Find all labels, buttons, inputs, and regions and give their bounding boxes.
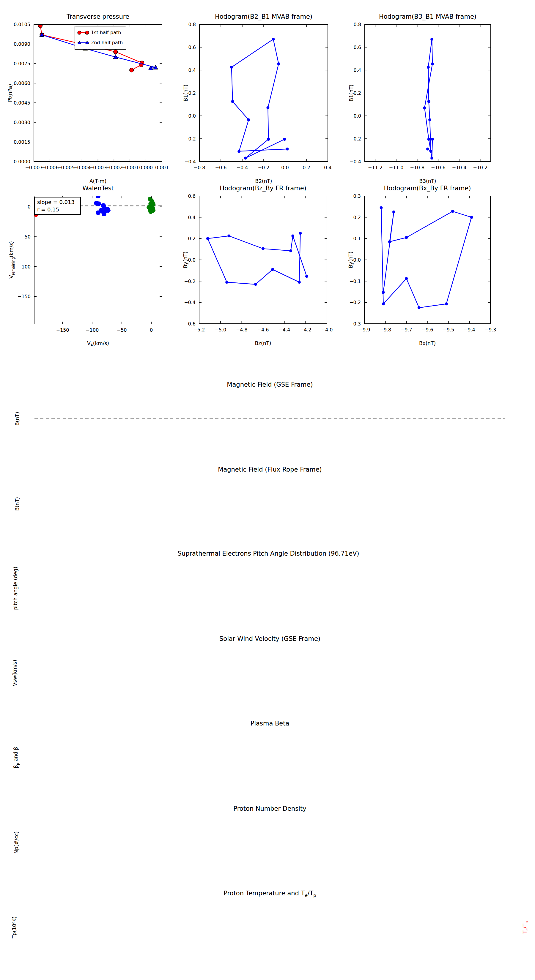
xlabel-hodogram-b2b1: B2(nT) <box>200 178 328 184</box>
axes-p6: −9.9−9.8−9.7−9.6−9.5−9.4−9.3−0.3−0.2−0.1… <box>349 193 496 332</box>
svg-text:−4.0: −4.0 <box>321 327 333 332</box>
svg-text:−0.2: −0.2 <box>184 278 196 284</box>
svg-text:0.8: 0.8 <box>354 22 361 27</box>
svg-text:0.1: 0.1 <box>353 236 361 242</box>
svg-text:−0.1: −0.1 <box>349 278 361 284</box>
svg-text:−0.006: −0.006 <box>41 165 59 170</box>
svg-text:−10.2: −10.2 <box>473 165 487 170</box>
svg-text:−0.4: −0.4 <box>184 300 196 305</box>
svg-text:0.0045: 0.0045 <box>14 100 30 106</box>
svg-text:0: 0 <box>28 204 30 210</box>
svg-text:0: 0 <box>150 327 153 333</box>
svg-text:−0.001: −0.001 <box>121 165 139 170</box>
svg-text:0.0: 0.0 <box>188 257 196 263</box>
svg-text:r = 0.15: r = 0.15 <box>37 207 59 213</box>
legend-p1: 1st half path2nd half path <box>75 26 126 49</box>
svg-text:0.2: 0.2 <box>188 90 196 96</box>
title-hodogram-bxby: Hodogram(Bx_By FR frame) <box>364 185 490 192</box>
plot-area-p2 <box>230 38 289 159</box>
series-group2 <box>94 194 110 216</box>
ylabel-plasma-beta: βp and β <box>13 747 20 768</box>
series-B2_B1 <box>230 38 289 159</box>
svg-text:−4.8: −4.8 <box>236 327 248 332</box>
ylabel-hodogram-bzby: By(nT) <box>182 251 188 268</box>
ylabel-transverse-pressure: Pt(nPa) <box>7 84 13 102</box>
svg-text:−100: −100 <box>86 327 99 333</box>
svg-text:0.6: 0.6 <box>354 45 361 50</box>
series-Bx_By <box>380 206 473 309</box>
svg-text:−10.4: −10.4 <box>452 165 466 170</box>
title-hodogram-bzby: Hodogram(Bz_By FR frame) <box>199 185 327 192</box>
svg-text:−9.5: −9.5 <box>442 327 454 332</box>
xlabel-walen-test: VA(km/s) <box>34 340 162 347</box>
xlabel-hodogram-bxby: Bx(nT) <box>364 340 490 346</box>
svg-text:0.000: 0.000 <box>139 165 153 170</box>
axes-p3: −11.2−11.0−10.8−10.6−10.4−10.2−0.4−0.20.… <box>350 22 491 170</box>
series-Bz_By <box>206 232 308 286</box>
svg-text:0.2: 0.2 <box>188 236 196 242</box>
svg-text:−0.002: −0.002 <box>105 165 123 170</box>
axes-p5: −5.2−5.0−4.8−4.6−4.4−4.2−4.0−0.6−0.4−0.2… <box>184 193 332 332</box>
svg-text:−9.3: −9.3 <box>485 327 497 332</box>
svg-text:−0.4: −0.4 <box>236 165 248 170</box>
ylabel-proton-density: Np(#/cc) <box>13 831 19 853</box>
svg-text:−11.0: −11.0 <box>389 165 403 170</box>
svg-text:0.0105: 0.0105 <box>14 22 30 27</box>
svg-text:0.0: 0.0 <box>188 113 196 119</box>
svg-text:−9.6: −9.6 <box>422 327 433 332</box>
svg-text:−0.004: −0.004 <box>73 165 91 170</box>
svg-text:0.0: 0.0 <box>354 113 361 119</box>
svg-text:0.4: 0.4 <box>188 67 196 73</box>
svg-text:−11.2: −11.2 <box>368 165 383 170</box>
svg-text:0.2: 0.2 <box>354 90 361 96</box>
title-transverse-pressure: Transverse pressure <box>34 13 162 20</box>
svg-text:slope = 0.013: slope = 0.013 <box>37 199 75 205</box>
plot-area-p5 <box>206 232 308 286</box>
svg-text:0.6: 0.6 <box>188 45 196 50</box>
svg-text:1st half path: 1st half path <box>91 30 121 35</box>
svg-text:−0.005: −0.005 <box>57 165 75 170</box>
svg-text:0.001: 0.001 <box>155 165 169 170</box>
title-mf-gse: Magnetic Field (GSE Frame) <box>35 381 505 388</box>
svg-text:0.2: 0.2 <box>353 215 361 220</box>
svg-text:0.0075: 0.0075 <box>14 61 30 67</box>
svg-text:−0.8: −0.8 <box>194 165 205 170</box>
title-solar-wind-velocity: Solar Wind Velocity (GSE Frame) <box>35 635 505 642</box>
svg-text:−50: −50 <box>21 234 30 240</box>
ylabel-te-tp-ratio: Te/Tp <box>522 921 529 933</box>
ylabel-pitch-angle: pitch angle (deg) <box>13 566 18 610</box>
plot-area-p6 <box>380 206 473 309</box>
title-plasma-beta: Plasma Beta <box>35 720 505 727</box>
ylabel-hodogram-b2b1: B1(nT) <box>183 84 189 102</box>
svg-text:−4.4: −4.4 <box>278 327 290 332</box>
svg-text:−0.2: −0.2 <box>349 300 361 305</box>
xlabel-hodogram-b3b1: B3(nT) <box>365 178 491 184</box>
ylabel-walen-test: Vremaining(km/s) <box>8 241 15 278</box>
svg-text:0.0015: 0.0015 <box>14 139 30 145</box>
svg-text:−9.7: −9.7 <box>401 327 412 332</box>
svg-text:0.0000: 0.0000 <box>14 159 30 164</box>
title-proton-temperature: Proton Temperature and Te/Tp <box>35 890 505 898</box>
svg-text:0.8: 0.8 <box>188 22 196 27</box>
axes-p4: −150−100−5000−50−100−150 <box>18 196 162 333</box>
svg-text:−50: −50 <box>117 327 127 333</box>
svg-text:0.0090: 0.0090 <box>14 41 30 47</box>
svg-text:2nd half path: 2nd half path <box>91 40 123 45</box>
svg-text:−0.3: −0.3 <box>349 321 361 327</box>
svg-text:−0.007: −0.007 <box>25 165 43 170</box>
svg-text:0.6: 0.6 <box>188 193 196 199</box>
svg-text:−150: −150 <box>56 327 69 333</box>
svg-text:0.2: 0.2 <box>303 165 310 170</box>
svg-text:−5.2: −5.2 <box>193 327 205 332</box>
svg-text:−10.8: −10.8 <box>410 165 425 170</box>
svg-text:−150: −150 <box>18 294 30 299</box>
svg-text:−4.6: −4.6 <box>257 327 269 332</box>
svg-text:−0.2: −0.2 <box>184 136 196 142</box>
annotation-p4: slope = 0.013r = 0.15 <box>35 197 81 215</box>
svg-text:0.0060: 0.0060 <box>14 81 30 86</box>
title-pitch-angle: Suprathermal Electrons Pitch Angle Distr… <box>35 550 502 557</box>
figure: −0.007−0.006−0.005−0.004−0.003−0.002−0.0… <box>0 0 535 980</box>
svg-text:0.3: 0.3 <box>353 193 361 199</box>
title-mf-flux-rope: Magnetic Field (Flux Rope Frame) <box>35 466 505 473</box>
svg-text:−0.2: −0.2 <box>258 165 270 170</box>
